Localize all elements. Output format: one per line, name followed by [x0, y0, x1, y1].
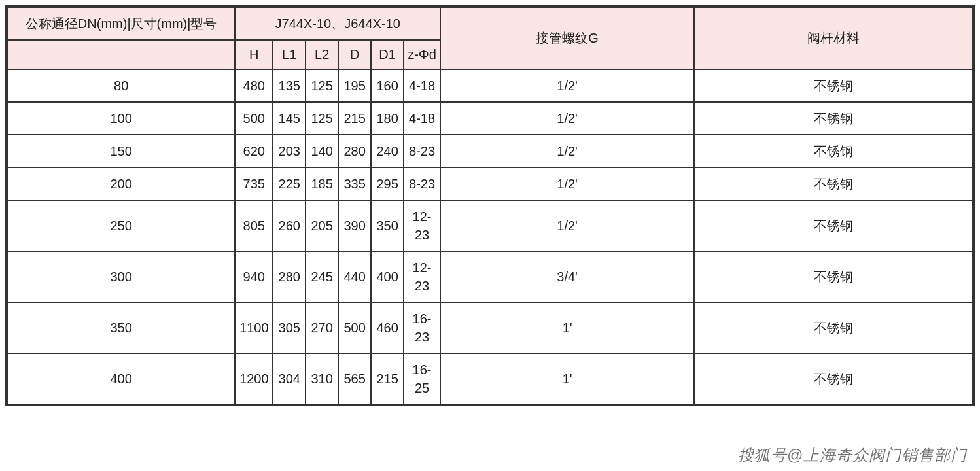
cell-l2: 125	[306, 102, 338, 135]
cell-dn: 100	[7, 102, 235, 135]
cell-thread: 1'	[440, 353, 694, 404]
header-d: D	[338, 40, 371, 69]
header-blank	[7, 40, 235, 69]
cell-d: 280	[338, 135, 371, 167]
cell-l1: 304	[273, 353, 306, 404]
cell-thread: 1/2'	[440, 200, 694, 251]
cell-zphi: 4-18	[404, 102, 440, 135]
cell-l1: 280	[273, 251, 306, 302]
table-row: 2007352251853352958-231/2'不锈钢	[7, 167, 973, 200]
cell-dn: 250	[7, 200, 235, 251]
cell-h: 500	[235, 102, 273, 135]
cell-l1: 225	[273, 167, 306, 200]
table-body: 804801351251951604-181/2'不锈钢100500145125…	[7, 69, 973, 404]
cell-zphi: 4-18	[404, 69, 440, 102]
cell-thread: 1/2'	[440, 135, 694, 167]
cell-d1: 215	[371, 353, 404, 404]
cell-material: 不锈钢	[694, 102, 973, 135]
cell-material: 不锈钢	[694, 251, 973, 302]
cell-h: 805	[235, 200, 273, 251]
cell-dn: 400	[7, 353, 235, 404]
cell-l1: 203	[273, 135, 306, 167]
table-row: 350110030527050046016-231'不锈钢	[7, 302, 973, 353]
header-d1: D1	[371, 40, 404, 69]
cell-dn: 150	[7, 135, 235, 167]
cell-zphi: 8-23	[404, 167, 440, 200]
table-row: 1506202031402802408-231/2'不锈钢	[7, 135, 973, 167]
cell-h: 1200	[235, 353, 273, 404]
table-row: 25080526020539035012-231/2'不锈钢	[7, 200, 973, 251]
cell-l2: 140	[306, 135, 338, 167]
cell-h: 1100	[235, 302, 273, 353]
cell-l2: 310	[306, 353, 338, 404]
cell-zphi: 12-23	[404, 200, 440, 251]
header-l1: L1	[273, 40, 306, 69]
cell-thread: 1/2'	[440, 69, 694, 102]
cell-thread: 3/4'	[440, 251, 694, 302]
cell-material: 不锈钢	[694, 302, 973, 353]
cell-d: 390	[338, 200, 371, 251]
cell-material: 不锈钢	[694, 200, 973, 251]
cell-dn: 80	[7, 69, 235, 102]
cell-d: 215	[338, 102, 371, 135]
table-row: 30094028024544040012-233/4'不锈钢	[7, 251, 973, 302]
cell-l1: 145	[273, 102, 306, 135]
cell-l2: 185	[306, 167, 338, 200]
cell-l2: 125	[306, 69, 338, 102]
cell-d1: 180	[371, 102, 404, 135]
cell-material: 不锈钢	[694, 167, 973, 200]
cell-material: 不锈钢	[694, 135, 973, 167]
cell-thread: 1/2'	[440, 102, 694, 135]
cell-h: 940	[235, 251, 273, 302]
cell-dn: 300	[7, 251, 235, 302]
cell-dn: 200	[7, 167, 235, 200]
cell-d: 195	[338, 69, 371, 102]
cell-d1: 295	[371, 167, 404, 200]
header-thread: 接管螺纹G	[440, 7, 694, 69]
cell-d: 500	[338, 302, 371, 353]
header-dn: 公称通径DN(mm)|尺寸(mm)|型号	[7, 7, 235, 40]
header-model-group: J744X-10、J644X-10	[235, 7, 440, 40]
cell-h: 735	[235, 167, 273, 200]
cell-d: 335	[338, 167, 371, 200]
cell-zphi: 16-25	[404, 353, 440, 404]
cell-zphi: 16-23	[404, 302, 440, 353]
cell-l2: 270	[306, 302, 338, 353]
cell-l1: 260	[273, 200, 306, 251]
header-zphi: z-Φd	[404, 40, 440, 69]
cell-d1: 240	[371, 135, 404, 167]
cell-d1: 460	[371, 302, 404, 353]
table-row: 400120030431056521516-251'不锈钢	[7, 353, 973, 404]
cell-l1: 135	[273, 69, 306, 102]
cell-material: 不锈钢	[694, 353, 973, 404]
cell-material: 不锈钢	[694, 69, 973, 102]
header-material: 阀杆材料	[694, 7, 973, 69]
cell-thread: 1/2'	[440, 167, 694, 200]
table-row: 1005001451252151804-181/2'不锈钢	[7, 102, 973, 135]
cell-h: 620	[235, 135, 273, 167]
cell-d1: 350	[371, 200, 404, 251]
header-h: H	[235, 40, 273, 69]
cell-l2: 245	[306, 251, 338, 302]
cell-d1: 400	[371, 251, 404, 302]
cell-thread: 1'	[440, 302, 694, 353]
table-row: 804801351251951604-181/2'不锈钢	[7, 69, 973, 102]
valve-spec-table: 公称通径DN(mm)|尺寸(mm)|型号 J744X-10、J644X-10 接…	[5, 5, 975, 406]
cell-d: 565	[338, 353, 371, 404]
cell-d: 440	[338, 251, 371, 302]
cell-dn: 350	[7, 302, 235, 353]
cell-zphi: 8-23	[404, 135, 440, 167]
header-l2: L2	[306, 40, 338, 69]
cell-l1: 305	[273, 302, 306, 353]
cell-zphi: 12-23	[404, 251, 440, 302]
cell-d1: 160	[371, 69, 404, 102]
cell-h: 480	[235, 69, 273, 102]
cell-l2: 205	[306, 200, 338, 251]
